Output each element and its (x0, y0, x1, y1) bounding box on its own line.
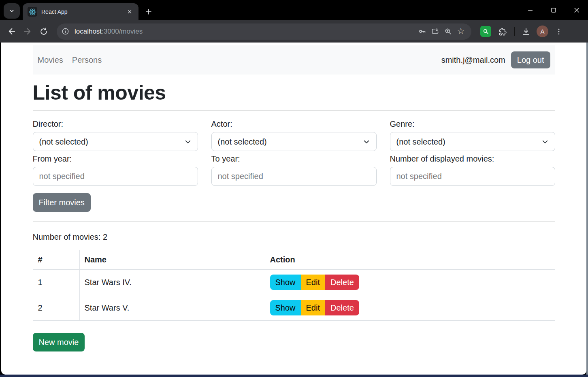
table-row: 1 Star Wars IV. Show Edit Delete (33, 270, 555, 295)
green-search-extension-icon[interactable] (480, 26, 491, 37)
profile-avatar[interactable]: A (537, 26, 548, 37)
tab-close-icon[interactable] (126, 8, 134, 16)
filter-field-actor: Actor: (not selected) (211, 116, 377, 151)
back-button[interactable] (3, 23, 19, 40)
header-index: # (33, 250, 79, 270)
url-host: localhost (75, 28, 102, 35)
row-actions: Show Edit Delete (270, 275, 359, 290)
filter-field-to-year: To year: (211, 151, 377, 186)
row-index: 1 (33, 270, 79, 295)
filter-field-director: Director: (not selected) (33, 116, 198, 151)
zoom-icon[interactable] (441, 25, 454, 38)
movie-count: Number of movies: 2 (33, 232, 555, 242)
row-actions: Show Edit Delete (270, 300, 359, 315)
new-movie-button[interactable]: New movie (33, 333, 85, 351)
filter-field-from-year: From year: (33, 151, 198, 186)
actor-label: Actor: (211, 119, 377, 129)
minimize-button[interactable] (519, 0, 542, 20)
genre-label: Genre: (390, 119, 555, 129)
row-index: 2 (33, 295, 79, 321)
delete-button[interactable]: Delete (325, 275, 359, 290)
extensions-puzzle-icon[interactable] (495, 24, 510, 39)
chevron-down-icon (363, 138, 370, 145)
from-year-label: From year: (33, 154, 198, 164)
divider (33, 110, 555, 111)
table-header-row: # Name Action (33, 250, 555, 270)
director-select[interactable]: (not selected) (33, 132, 198, 151)
logout-button[interactable]: Log out (511, 51, 550, 68)
bookmark-star-icon[interactable]: ☆ (454, 25, 467, 38)
taskbar-sliver (0, 375, 588, 377)
movies-table: # Name Action 1 Star Wars IV. Show Edit … (33, 250, 555, 321)
browser-menu-kebab-icon[interactable] (552, 24, 566, 39)
display-count-label: Number of displayed movies: (390, 154, 555, 164)
chevron-down-icon (8, 7, 15, 15)
divider (33, 222, 555, 222)
web-page: Movies Persons smith.j@mail.com Log out … (1, 43, 586, 375)
page-title: List of movies (33, 81, 555, 104)
browser-tabstrip: React App (0, 0, 588, 20)
genre-select[interactable]: (not selected) (390, 132, 555, 151)
show-button[interactable]: Show (270, 300, 301, 315)
show-button[interactable]: Show (270, 275, 301, 290)
filter-field-genre: Genre: (not selected) (390, 116, 555, 151)
to-year-input[interactable] (211, 167, 377, 186)
filter-field-display-count: Number of displayed movies: (390, 151, 555, 186)
nav-link-movies[interactable]: Movies (38, 55, 63, 65)
browser-tab[interactable]: React App (23, 3, 138, 20)
delete-button[interactable]: Delete (325, 300, 359, 315)
url-text[interactable]: localhost:3000/movies (75, 28, 415, 36)
row-name: Star Wars V. (79, 295, 265, 321)
filter-movies-button[interactable]: Filter movies (33, 193, 91, 212)
actor-select-value: (not selected) (218, 136, 363, 148)
window-controls (519, 0, 588, 20)
edit-button[interactable]: Edit (301, 275, 325, 290)
director-select-value: (not selected) (39, 136, 184, 148)
genre-select-value: (not selected) (396, 136, 541, 148)
address-bar[interactable]: localhost:3000/movies ☆ (57, 23, 471, 40)
display-count-input[interactable] (390, 167, 555, 186)
site-info-icon[interactable] (59, 26, 71, 38)
user-email: smith.j@mail.com (441, 55, 505, 65)
close-window-button[interactable] (565, 0, 588, 20)
app-navbar: Movies Persons smith.j@mail.com Log out (33, 45, 555, 75)
tab-title: React App (41, 9, 121, 15)
nav-links: Movies Persons (38, 55, 102, 65)
nav-link-persons[interactable]: Persons (72, 55, 102, 65)
react-favicon-icon (28, 7, 37, 17)
to-year-label: To year: (211, 154, 377, 164)
filter-form: Director: (not selected) Actor: (not sel… (33, 116, 555, 186)
toolbar-separator (514, 27, 515, 36)
forward-button[interactable] (19, 23, 36, 40)
chevron-down-icon (541, 138, 549, 145)
table-row: 2 Star Wars V. Show Edit Delete (33, 295, 555, 321)
maximize-button[interactable] (542, 0, 565, 20)
browser-toolbar: localhost:3000/movies ☆ A (0, 20, 588, 43)
url-path: :3000/movies (102, 28, 143, 35)
new-tab-button[interactable] (143, 6, 155, 18)
director-label: Director: (33, 119, 198, 129)
passwords-key-icon[interactable] (415, 25, 428, 38)
header-action: Action (265, 250, 555, 270)
downloads-icon[interactable] (519, 24, 533, 39)
reload-button[interactable] (36, 23, 52, 40)
install-app-icon[interactable] (428, 25, 441, 38)
edit-button[interactable]: Edit (301, 300, 325, 315)
chevron-down-icon (184, 138, 192, 145)
tab-search-button[interactable] (4, 3, 20, 19)
row-name: Star Wars IV. (79, 270, 265, 295)
from-year-input[interactable] (33, 167, 198, 186)
header-name: Name (79, 250, 265, 270)
actor-select[interactable]: (not selected) (211, 132, 377, 151)
desktop-edge (586, 43, 588, 377)
